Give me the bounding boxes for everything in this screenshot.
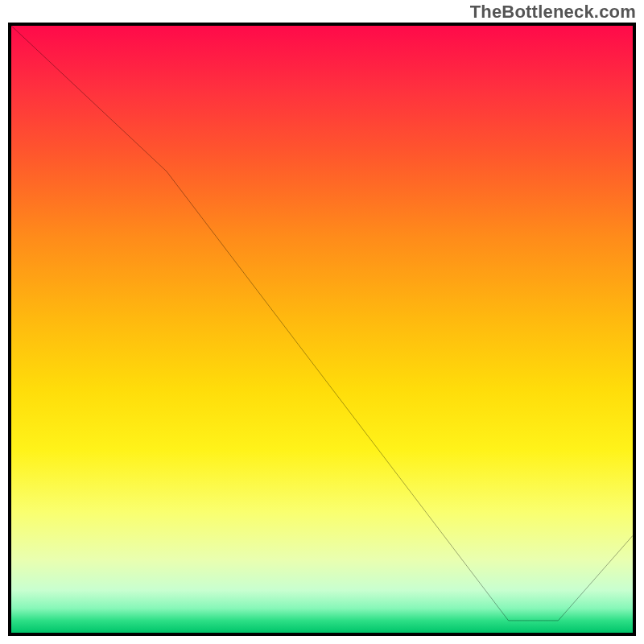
data-line [11,26,633,621]
watermark-text: TheBottleneck.com [470,2,636,23]
line-plot [11,26,633,633]
chart-container: TheBottleneck.com [0,0,644,644]
plot-area [8,23,636,636]
